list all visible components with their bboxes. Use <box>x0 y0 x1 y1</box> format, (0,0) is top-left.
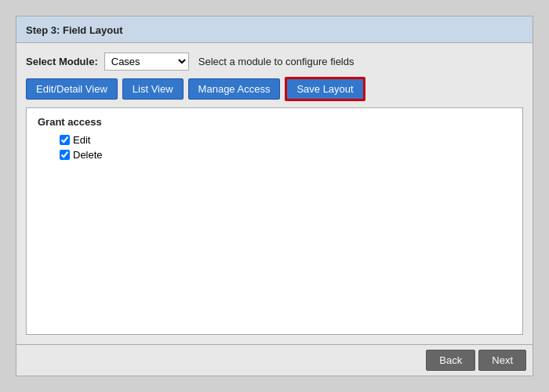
bottom-bar: Back Next <box>16 344 533 376</box>
main-container: Step 3: Field Layout Select Module: Case… <box>16 16 533 376</box>
module-label: Select Module: <box>26 56 98 67</box>
next-button[interactable]: Next <box>478 350 526 371</box>
buttons-row: Edit/Detail View List View Manage Access… <box>26 77 523 101</box>
delete-label: Delete <box>73 149 103 161</box>
content-area: Select Module: Cases Accounts Contacts L… <box>16 43 533 344</box>
step-title: Step 3: Field Layout <box>26 24 123 36</box>
edit-label: Edit <box>73 134 90 146</box>
grant-access-title: Grant access <box>38 116 511 128</box>
module-hint: Select a module to configure fields <box>198 56 354 67</box>
list-item: Delete <box>60 149 511 161</box>
delete-checkbox-label[interactable]: Delete <box>60 149 103 161</box>
list-view-button[interactable]: List View <box>122 78 184 100</box>
edit-checkbox-label[interactable]: Edit <box>60 134 90 146</box>
save-layout-button[interactable]: Save Layout <box>285 77 365 101</box>
grant-access-panel: Grant access Edit Delete <box>26 107 523 335</box>
back-button[interactable]: Back <box>426 350 475 371</box>
delete-checkbox[interactable] <box>60 150 70 160</box>
list-item: Edit <box>60 134 511 146</box>
module-row: Select Module: Cases Accounts Contacts L… <box>26 53 523 71</box>
grant-access-list: Edit Delete <box>38 134 511 161</box>
module-select[interactable]: Cases Accounts Contacts Leads Opportunit… <box>104 53 189 71</box>
edit-detail-view-button[interactable]: Edit/Detail View <box>26 78 118 100</box>
edit-checkbox[interactable] <box>60 135 70 145</box>
manage-access-button[interactable]: Manage Access <box>188 78 281 100</box>
step-header: Step 3: Field Layout <box>16 16 533 43</box>
